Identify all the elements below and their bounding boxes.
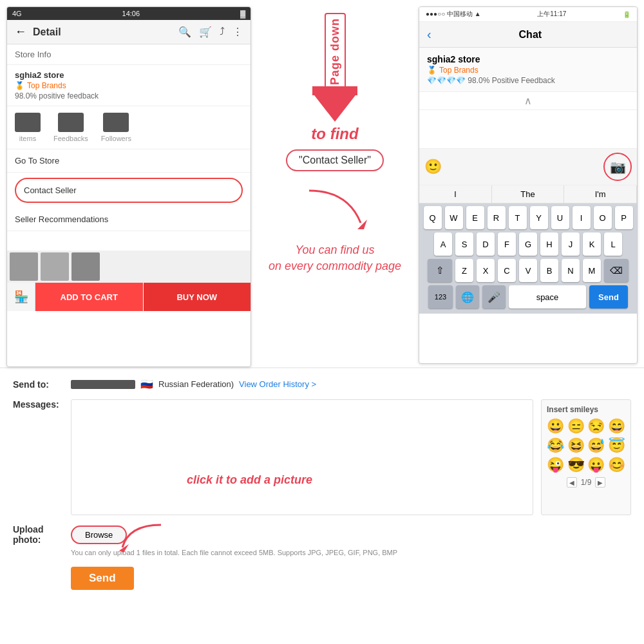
- right-phone: ●●●○○ 中国移动 ▲ 上午11:17 🔋 ‹ Chat sghia2 sto…: [419, 6, 638, 364]
- key-H[interactable]: H: [540, 232, 558, 256]
- key-Y[interactable]: Y: [530, 206, 548, 229]
- followers-label: Followers: [101, 135, 131, 142]
- key-B[interactable]: B: [540, 259, 558, 282]
- suggestion-3[interactable]: I'm: [564, 185, 637, 203]
- chat-store-info: sghia2 store 🏅 Top Brands 💎💎💎💎 98.0% Pos…: [419, 48, 637, 92]
- key-N[interactable]: N: [562, 259, 580, 282]
- contact-seller-bubble: "Contact Seller": [286, 149, 384, 171]
- smiley-11[interactable]: 😊: [608, 457, 626, 473]
- key-row-3: ⇧ Z X C V B N M ⌫: [421, 259, 636, 282]
- smiley-3[interactable]: 😄: [608, 418, 626, 435]
- click-it-arrow: [116, 522, 167, 556]
- upload-row: Upload photo: Browse: [13, 524, 631, 545]
- key-P[interactable]: P: [615, 206, 633, 229]
- key-Z[interactable]: Z: [455, 259, 473, 282]
- store-info-label: Store Info: [7, 44, 251, 65]
- key-W[interactable]: W: [445, 206, 463, 229]
- items-label: items: [19, 135, 36, 142]
- bottom-section: Send to: 🇷🇺 Russian Federation) View Ord…: [0, 367, 644, 644]
- right-carrier: ●●●○○ 中国移动 ▲: [426, 10, 481, 19]
- smiley-pagination: ◀ 1/9 ▶: [547, 477, 625, 488]
- key-L[interactable]: L: [604, 232, 622, 256]
- key-Q[interactable]: Q: [424, 206, 442, 229]
- to-find-label: to find: [311, 125, 358, 143]
- suggestion-1[interactable]: l: [419, 185, 492, 203]
- chat-collapse-btn[interactable]: ∧: [419, 92, 637, 110]
- key-R[interactable]: R: [488, 206, 506, 229]
- chat-title: Chat: [431, 29, 629, 41]
- chat-top-brands-label: Top Brands: [439, 66, 478, 75]
- key-E[interactable]: E: [466, 206, 484, 229]
- search-icon[interactable]: 🔍: [178, 26, 191, 38]
- key-globe[interactable]: 🌐: [456, 285, 479, 308]
- messages-area: Insert smileys 😀 😑 😒 😄 😂 😆 😅 😇 😜 😎 😛 😊: [71, 399, 631, 515]
- smiley-0[interactable]: 😀: [547, 418, 565, 435]
- smiley-page: 1/9: [581, 478, 592, 487]
- key-send[interactable]: Send: [589, 285, 628, 308]
- detail-title: Detail: [33, 26, 172, 38]
- more-icon[interactable]: ⋮: [232, 26, 243, 38]
- camera-button[interactable]: 📷: [603, 153, 632, 181]
- smiley-1[interactable]: 😑: [567, 418, 585, 435]
- stat-feedbacks: Feedbacks: [53, 113, 88, 142]
- key-X[interactable]: X: [477, 259, 495, 282]
- buy-now-button[interactable]: BUY NOW: [144, 283, 251, 311]
- key-123[interactable]: 123: [428, 285, 453, 308]
- smiley-9[interactable]: 😎: [567, 457, 585, 473]
- smiley-prev-btn[interactable]: ◀: [567, 477, 577, 488]
- key-U[interactable]: U: [551, 206, 569, 229]
- store-stats: items Feedbacks Followers: [7, 106, 251, 149]
- key-A[interactable]: A: [434, 232, 452, 256]
- chat-message-area: [419, 110, 637, 149]
- key-space[interactable]: space: [509, 285, 586, 308]
- stat-followers: Followers: [101, 113, 131, 142]
- smileys-title: Insert smileys: [547, 405, 625, 414]
- smiley-2[interactable]: 😒: [587, 418, 605, 435]
- key-V[interactable]: V: [519, 259, 537, 282]
- back-icon[interactable]: ←: [15, 25, 26, 39]
- key-mic[interactable]: 🎤: [482, 285, 506, 308]
- suggestion-2[interactable]: The: [492, 185, 565, 203]
- smileys-panel: Insert smileys 😀 😑 😒 😄 😂 😆 😅 😇 😜 😎 😛 😊: [541, 399, 631, 515]
- smiley-8[interactable]: 😜: [547, 457, 565, 473]
- view-order-link[interactable]: View Order History >: [239, 379, 316, 389]
- chat-back-icon[interactable]: ‹: [427, 27, 431, 42]
- key-O[interactable]: O: [594, 206, 612, 229]
- toolbar-icons: 🔍 🛒 ⤴ ⋮: [178, 26, 243, 38]
- messages-label: Messages:: [13, 399, 71, 410]
- key-C[interactable]: C: [498, 259, 516, 282]
- emoji-button[interactable]: 🙂: [424, 158, 442, 175]
- smiley-5[interactable]: 😆: [567, 437, 585, 454]
- keyboard-suggestions: l The I'm: [419, 185, 637, 204]
- key-G[interactable]: G: [519, 232, 537, 256]
- cart-icon[interactable]: 🛒: [199, 26, 212, 38]
- key-S[interactable]: S: [455, 232, 473, 256]
- key-K[interactable]: K: [583, 232, 601, 256]
- key-shift[interactable]: ⇧: [428, 259, 452, 282]
- message-input-box[interactable]: [71, 399, 533, 515]
- key-F[interactable]: F: [498, 232, 516, 256]
- send-button[interactable]: Send: [71, 567, 134, 590]
- stat-items: items: [15, 113, 41, 142]
- smiley-4[interactable]: 😂: [547, 437, 565, 454]
- left-phone-content: Store Info sghia2 store 🏅 Top Brands 98.…: [7, 44, 251, 231]
- key-T[interactable]: T: [509, 206, 527, 229]
- page-down-arrow: [312, 93, 357, 122]
- cart-btn[interactable]: 🏪: [7, 283, 35, 311]
- key-J[interactable]: J: [562, 232, 580, 256]
- go-to-store[interactable]: Go To Store: [7, 149, 251, 173]
- smiley-10[interactable]: 😛: [587, 457, 605, 473]
- add-to-cart-button[interactable]: ADD TO CART: [35, 283, 144, 311]
- contact-seller-row[interactable]: Contact Seller: [15, 178, 243, 203]
- smiley-6[interactable]: 😅: [587, 437, 605, 454]
- curved-arrow-container: [296, 184, 374, 236]
- key-row-2: A S D F G H J K L: [421, 232, 636, 256]
- key-M[interactable]: M: [583, 259, 601, 282]
- smiley-7[interactable]: 😇: [608, 437, 626, 454]
- key-D[interactable]: D: [477, 232, 495, 256]
- items-icon: [15, 113, 41, 132]
- key-I[interactable]: I: [573, 206, 591, 229]
- share-icon[interactable]: ⤴: [220, 26, 225, 38]
- key-delete[interactable]: ⌫: [604, 259, 629, 282]
- smiley-next-btn[interactable]: ▶: [595, 477, 605, 488]
